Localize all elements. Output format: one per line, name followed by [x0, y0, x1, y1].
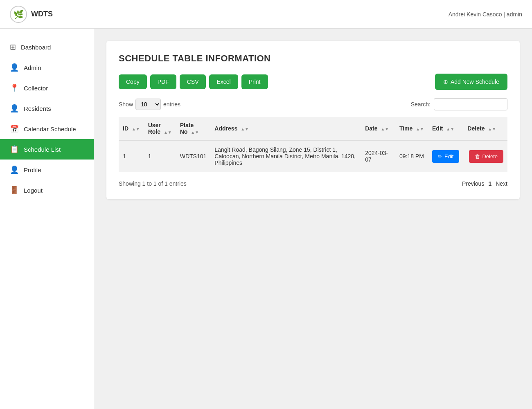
sidebar-icon-profile: 👤 — [10, 165, 19, 174]
csv-button[interactable]: CSV — [180, 74, 206, 89]
cell-plate-no: WDTS101 — [176, 140, 211, 172]
excel-button[interactable]: Excel — [209, 74, 238, 89]
show-entries: Show 10 25 50 100 entries — [119, 99, 180, 110]
col-date: Date ▲▼ — [361, 117, 395, 140]
table-header: ID ▲▼ UserRole ▲▼ PlateNo ▲▼ Address ▲▼ … — [119, 117, 507, 140]
edit-button[interactable]: ✏ Edit — [432, 150, 459, 163]
col-edit: Edit ▲▼ — [428, 117, 463, 140]
col-user-role: UserRole ▲▼ — [144, 117, 176, 140]
sidebar-icon-schedule-list: 📋 — [10, 145, 19, 154]
sidebar-item-admin[interactable]: 👤 Admin — [0, 57, 94, 78]
sidebar-label-calendar-schedule: Calendar Schedule — [24, 126, 76, 133]
cell-date: 2024-03-07 — [361, 140, 395, 172]
sidebar-icon-admin: 👤 — [10, 63, 19, 72]
sort-icon-date: ▲▼ — [381, 127, 389, 131]
show-label: Show — [119, 101, 133, 108]
cell-time: 09:18 PM — [395, 140, 428, 172]
sort-icon-edit: ▲▼ — [446, 127, 454, 131]
header-user-info: Andrei Kevin Casoco | admin — [449, 11, 522, 18]
search-input[interactable] — [434, 98, 507, 110]
sidebar-label-collector: Collector — [24, 85, 48, 92]
edit-label: Edit — [444, 153, 453, 160]
col-delete: Delete ▲▼ — [463, 117, 507, 140]
toolbar-left: Copy PDF CSV Excel Print — [119, 74, 268, 89]
table-footer: Showing 1 to 1 of 1 entries Previous 1 N… — [119, 180, 507, 187]
sort-icon-id: ▲▼ — [132, 127, 140, 131]
current-page[interactable]: 1 — [488, 180, 491, 187]
sort-icon-time: ▲▼ — [416, 127, 424, 131]
sidebar-icon-logout: 🚪 — [10, 186, 19, 195]
add-new-label: Add New Schedule — [451, 79, 499, 85]
sidebar-label-admin: Admin — [24, 64, 41, 71]
cell-edit: ✏ Edit — [428, 140, 463, 172]
entries-label: entries — [163, 101, 180, 108]
sidebar-item-profile[interactable]: 👤 Profile — [0, 160, 94, 180]
sidebar-label-residents: Residents — [24, 105, 51, 112]
schedule-table: ID ▲▼ UserRole ▲▼ PlateNo ▲▼ Address ▲▼ … — [119, 117, 507, 172]
copy-button[interactable]: Copy — [119, 74, 147, 89]
pagination: Previous 1 Next — [462, 180, 507, 187]
toolbar: Copy PDF CSV Excel Print ⊕ Add New Sched… — [119, 74, 507, 90]
sidebar-label-dashboard: Dashboard — [21, 44, 51, 51]
logo: 🌿 WDTS — [10, 6, 53, 23]
cell-user-role: 1 — [144, 140, 176, 172]
header-row: ID ▲▼ UserRole ▲▼ PlateNo ▲▼ Address ▲▼ … — [119, 117, 507, 140]
table-controls: Show 10 25 50 100 entries Search: — [119, 98, 507, 110]
delete-icon: 🗑 — [475, 153, 480, 160]
previous-button[interactable]: Previous — [462, 180, 484, 187]
sidebar-item-calendar-schedule[interactable]: 📅 Calendar Schedule — [0, 119, 94, 139]
sidebar-item-residents[interactable]: 👤 Residents — [0, 98, 94, 119]
add-icon: ⊕ — [443, 79, 448, 85]
cell-id: 1 — [119, 140, 144, 172]
content-card: SCHEDULE TABLE INFORMATION Copy PDF CSV … — [106, 41, 520, 199]
sidebar: ⊞ Dashboard 👤 Admin 📍 Collector 👤 Reside… — [0, 29, 94, 409]
sidebar-icon-collector: 📍 — [10, 83, 19, 92]
table-row: 1 1 WDTS101 Langit Road, Bagong Silang, … — [119, 140, 507, 172]
cell-delete: 🗑 Delete — [463, 140, 507, 172]
sidebar-item-dashboard[interactable]: ⊞ Dashboard — [0, 37, 94, 57]
sort-icon-address: ▲▼ — [241, 127, 249, 131]
main-content: SCHEDULE TABLE INFORMATION Copy PDF CSV … — [94, 29, 532, 409]
showing-entries-text: Showing 1 to 1 of 1 entries — [119, 180, 187, 187]
delete-button[interactable]: 🗑 Delete — [469, 150, 503, 163]
table-body: 1 1 WDTS101 Langit Road, Bagong Silang, … — [119, 140, 507, 172]
sidebar-icon-dashboard: ⊞ — [10, 43, 16, 52]
layout: ⊞ Dashboard 👤 Admin 📍 Collector 👤 Reside… — [0, 29, 532, 409]
sidebar-icon-calendar-schedule: 📅 — [10, 124, 19, 133]
sort-icon-plate-no: ▲▼ — [191, 130, 199, 135]
delete-label: Delete — [482, 153, 498, 160]
entries-select[interactable]: 10 25 50 100 — [135, 99, 161, 110]
logo-icon: 🌿 — [10, 6, 27, 23]
sidebar-label-profile: Profile — [24, 166, 41, 173]
sidebar-label-logout: Logout — [24, 187, 43, 194]
col-address: Address ▲▼ — [210, 117, 361, 140]
sidebar-item-collector[interactable]: 📍 Collector — [0, 78, 94, 98]
app-title: WDTS — [31, 10, 53, 18]
sidebar-label-schedule-list: Schedule List — [24, 146, 61, 153]
add-new-schedule-button[interactable]: ⊕ Add New Schedule — [435, 74, 507, 90]
col-id: ID ▲▼ — [119, 117, 144, 140]
next-button[interactable]: Next — [496, 180, 507, 187]
edit-icon: ✏ — [438, 153, 442, 160]
print-button[interactable]: Print — [241, 74, 268, 89]
col-plate-no: PlateNo ▲▼ — [176, 117, 211, 140]
sidebar-icon-residents: 👤 — [10, 104, 19, 113]
cell-address: Langit Road, Bagong Silang, Zone 15, Dis… — [210, 140, 361, 172]
header: 🌿 WDTS Andrei Kevin Casoco | admin — [0, 0, 532, 29]
sort-icon-user-role: ▲▼ — [164, 130, 172, 135]
sort-icon-delete: ▲▼ — [488, 127, 496, 131]
page-title: SCHEDULE TABLE INFORMATION — [119, 53, 507, 64]
pdf-button[interactable]: PDF — [150, 74, 176, 89]
search-label: Search: — [411, 101, 431, 108]
sidebar-item-schedule-list[interactable]: 📋 Schedule List — [0, 139, 94, 160]
search-box: Search: — [411, 98, 507, 110]
col-time: Time ▲▼ — [395, 117, 428, 140]
sidebar-item-logout[interactable]: 🚪 Logout — [0, 180, 94, 200]
